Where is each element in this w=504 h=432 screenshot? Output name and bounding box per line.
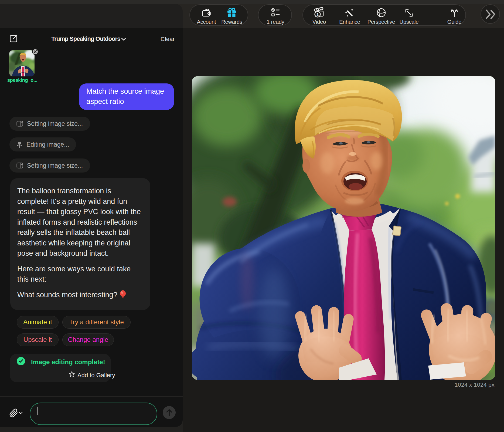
svg-text:1: 1 [316,12,319,17]
